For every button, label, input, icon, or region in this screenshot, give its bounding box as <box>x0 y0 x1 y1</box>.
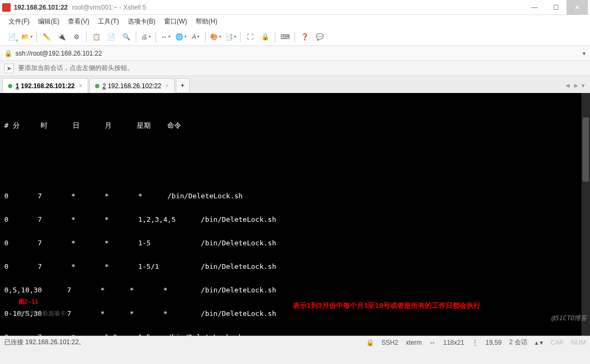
status-num: NUM <box>571 339 586 346</box>
paste-icon[interactable]: 📄 <box>106 32 117 42</box>
menu-tools[interactable]: 工具(T) <box>94 16 123 27</box>
separator <box>36 32 37 42</box>
separator <box>275 32 275 42</box>
separator <box>86 32 87 42</box>
tab-label: 192.168.26.102:22 <box>108 82 161 90</box>
annotation-line-1: 表示1到3月份中每个月1至10号或者是所有的工作日都会执行 <box>293 299 480 313</box>
titlebar: 192.168.26.101:22 root@vms001:~ - Xshell… <box>0 0 590 15</box>
status-connected: 已连接 192.168.26.101:22。 <box>4 338 85 347</box>
menu-window[interactable]: 窗口(W) <box>160 16 191 27</box>
separator <box>294 32 295 42</box>
toolbar: 📄+ 📂 ✏️ 🔌 ⚙ 📋 📄 🔍 🖨 ↔ 🌐 A 🎨 📑 ⛶ 🔒 ⌨ ❓ 💬 <box>0 28 590 46</box>
menu-view[interactable]: 查看(V) <box>64 16 94 27</box>
footer-hint: 发送到当前选项卡 <box>19 310 66 317</box>
info-bar: ➤ 要添加当前会话，点击左侧的箭头按钮。 <box>0 61 590 76</box>
session-tab-2[interactable]: 2 192.168.26.102:22 × <box>89 78 175 93</box>
status-cap: CAP <box>550 339 564 346</box>
status-dot-icon <box>8 84 12 88</box>
status-term: xterm <box>406 339 422 346</box>
feedback-icon[interactable]: 💬 <box>314 32 325 42</box>
separator <box>136 32 136 42</box>
terminal-footer-info: 图2-11 发送到当前选项卡 <box>4 284 66 331</box>
open-icon[interactable]: 📂 <box>21 32 32 42</box>
menu-help[interactable]: 帮助(H) <box>191 16 222 27</box>
tab-label: 192.168.26.101:22 <box>21 82 75 90</box>
status-protocol: SSH2 <box>382 339 398 346</box>
status-bar: 已连接 192.168.26.101:22。 🔒 SSH2 xterm ↔ 11… <box>0 336 590 348</box>
session-tab-1[interactable]: 1 192.168.26.101:22 × <box>2 78 88 93</box>
menu-file[interactable]: 文件(F) <box>4 16 34 27</box>
maximize-button[interactable]: ☐ <box>545 0 566 15</box>
window-controls: — ☐ ✕ <box>524 0 588 15</box>
tab-close-icon[interactable]: × <box>166 83 169 89</box>
blank-line <box>4 202 586 214</box>
fullscreen-icon[interactable]: ⛶ <box>245 32 255 42</box>
browser-icon[interactable]: 🌐 <box>175 32 186 42</box>
tab-nav: ◄ ► ▾ <box>561 78 588 93</box>
lock-small-icon: 🔒 <box>4 50 12 57</box>
address-url[interactable]: ssh://root@192.168.26.101:22 <box>15 50 583 57</box>
color-icon[interactable]: 🎨 <box>210 32 221 42</box>
minimize-button[interactable]: — <box>524 0 545 15</box>
tab-number: 1 <box>15 82 19 90</box>
status-sessions: 2 会话 <box>509 338 527 347</box>
new-tab-button[interactable]: + <box>176 78 190 93</box>
status-dot-icon <box>95 84 99 88</box>
add-session-arrow-button[interactable]: ➤ <box>4 64 14 73</box>
menu-edit[interactable]: 编辑(E) <box>34 16 64 27</box>
terminal[interactable]: # 分 时 日 月 星期 命令 0 7 * * * /bin/DeleteLoc… <box>0 93 590 336</box>
terminal-scrollbar[interactable] <box>581 93 590 336</box>
cron-line: 0 7 * * 1-5 /bin/DeleteLock.sh <box>4 237 586 249</box>
address-dropdown-icon[interactable]: ▾ <box>583 50 586 57</box>
cron-line: 0 7 * * 1,2,3,4,5 /bin/DeleteLock.sh <box>4 214 586 226</box>
cron-header: # 分 时 日 月 星期 命令 <box>4 120 586 131</box>
window-subtitle: root@vms001:~ - Xshell 5 <box>72 4 146 11</box>
blank-line <box>4 155 586 167</box>
tab-number: 2 <box>103 82 106 90</box>
close-button[interactable]: ✕ <box>566 0 588 15</box>
tab-menu-icon[interactable]: ▾ <box>581 82 585 89</box>
address-bar: 🔒 ssh://root@192.168.26.101:22 ▾ <box>0 46 590 61</box>
menu-tab[interactable]: 选项卡(B) <box>123 16 160 27</box>
keyboard-icon[interactable]: ⌨ <box>280 32 290 42</box>
status-position: 19,59 <box>486 339 502 346</box>
tab-bar: 1 192.168.26.101:22 × 2 192.168.26.102:2… <box>0 76 590 93</box>
new-session-icon[interactable]: 📄+ <box>6 32 17 42</box>
find-icon[interactable]: 🔍 <box>121 32 131 42</box>
status-size: 118x21 <box>443 339 464 346</box>
tab-prev-icon[interactable]: ◄ <box>564 82 571 89</box>
status-size-icon: ↔ <box>429 339 436 346</box>
tab-next-icon[interactable]: ► <box>573 82 579 89</box>
app-icon <box>2 3 11 12</box>
disconnect-icon[interactable]: 🔌 <box>56 32 67 42</box>
copy-icon[interactable]: 📋 <box>91 32 102 42</box>
status-lock-icon: 🔒 <box>366 339 374 346</box>
scrollbar-thumb[interactable] <box>583 118 589 182</box>
figure-number: 图2-11 <box>19 298 39 305</box>
tab-close-icon[interactable]: × <box>79 83 82 89</box>
font-icon[interactable]: A <box>190 32 201 42</box>
window-title: 192.168.26.101:22 <box>14 4 68 11</box>
separator <box>240 32 240 42</box>
watermark: @51CTO博客 <box>551 312 587 324</box>
reconnect-icon[interactable]: ✏️ <box>41 32 52 42</box>
info-text: 要添加当前会话，点击左侧的箭头按钮。 <box>18 64 134 73</box>
separator <box>205 32 206 42</box>
status-pos-icon: ⋮ <box>472 339 478 346</box>
annotation-overlay: 表示1到3月份中每个月1至10号或者是所有的工作日都会执行 DeleteLock… <box>293 271 480 336</box>
properties-icon[interactable]: ⚙ <box>71 32 82 42</box>
status-sessions-icon[interactable]: ▴ ▾ <box>535 339 543 346</box>
blank-line <box>4 226 586 237</box>
cron-line: 0 7 * * * /bin/DeleteLock.sh <box>4 190 586 202</box>
transfer-icon[interactable]: ↔ <box>160 32 171 42</box>
blank-line <box>4 249 586 261</box>
menubar: 文件(F) 编辑(E) 查看(V) 工具(T) 选项卡(B) 窗口(W) 帮助(… <box>0 15 590 28</box>
help-icon[interactable]: ❓ <box>299 32 310 42</box>
print-icon[interactable]: 🖨 <box>141 32 151 42</box>
lock-icon[interactable]: 🔒 <box>260 32 270 42</box>
highlight-icon[interactable]: 📑 <box>225 32 236 42</box>
separator <box>156 32 156 42</box>
